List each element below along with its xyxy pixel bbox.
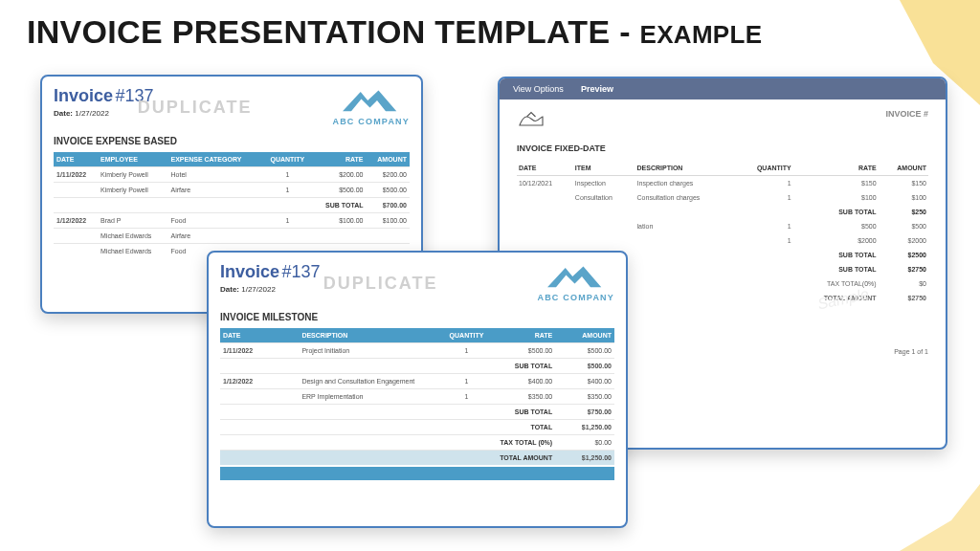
table-row: 1/11/2022Kimberly PowellHotel1$200.00$20… <box>54 167 410 183</box>
table-row: Kimberly PowellAirfare1$500.00$500.00 <box>54 183 410 198</box>
duplicate-watermark: DUPLICATE <box>138 98 253 118</box>
table-row: 1$2000$2000 <box>517 233 928 248</box>
company-logo: ABC COMPANY <box>537 262 614 302</box>
invoice-number-label: INVOICE # <box>885 109 928 119</box>
invoice-number: #137 <box>282 262 321 281</box>
section-heading: INVOICE MILESTONE <box>220 312 614 322</box>
tab-view-options[interactable]: View Options <box>513 84 564 94</box>
col-qty: QUANTITY <box>262 152 312 167</box>
company-name: ABC COMPANY <box>332 117 410 126</box>
table-row: 10/12/2021InspectionInspection charges1$… <box>517 176 928 191</box>
col-amount: AMOUNT <box>879 161 928 176</box>
subtotal-row: SUB TOTAL$250 <box>517 205 928 219</box>
subtotal-row: SUB TOTAL$500.00 <box>220 359 614 374</box>
table-row: 1/12/2022Brad PFood1$100.00$100.00 <box>54 213 410 229</box>
col-date: DATE <box>517 161 573 176</box>
date-value: 1/27/2022 <box>241 285 276 294</box>
tab-preview[interactable]: Preview <box>581 84 613 94</box>
col-rate: RATE <box>793 161 879 176</box>
table-row: 1/12/2022Design and Consultation Engagem… <box>220 374 614 389</box>
col-amount: AMOUNT <box>555 328 614 343</box>
col-rate: RATE <box>312 152 366 167</box>
table-row: Michael EdwardsAirfare <box>54 229 410 244</box>
corner-decor-bottom <box>865 455 980 551</box>
col-rate: RATE <box>496 328 555 343</box>
tax-row: TAX TOTAL (0%)$0.00 <box>220 435 614 451</box>
title-sub: Example <box>640 20 763 49</box>
col-desc: DESCRIPTION <box>635 161 736 176</box>
col-qty: QUANTITY <box>736 161 793 176</box>
subtotal-row: SUB TOTAL$700.00 <box>54 198 410 213</box>
company-logo: ABC COMPANY <box>332 86 410 126</box>
total-row: TOTAL$1,250.00 <box>220 420 614 435</box>
subtotal-row: SUB TOTAL$750.00 <box>220 405 614 420</box>
handshake-icon <box>517 109 546 130</box>
table-row: lation1$500$500 <box>517 219 928 233</box>
tab-bar: View Options Preview <box>500 78 946 99</box>
company-name: ABC COMPANY <box>537 293 614 302</box>
table-row: ConsultationConsultation charges1$100$10… <box>517 190 928 205</box>
invoice-milestone-panel: DUPLICATE Invoice #137 Date: 1/27/2022 A… <box>207 251 628 528</box>
col-date: DATE <box>220 328 299 343</box>
milestone-table: DATE DESCRIPTION QUANTITY RATE AMOUNT 1/… <box>220 328 614 465</box>
expense-table: DATE EMPLOYEE EXPENSE CATEGORY QUANTITY … <box>54 152 410 258</box>
duplicate-watermark: DUPLICATE <box>323 274 438 294</box>
section-heading: INVOICE EXPENSE BASED <box>54 136 410 146</box>
col-item: ITEM <box>573 161 635 176</box>
total-amount-row: TOTAL AMOUNT$1,250.00 <box>220 451 614 466</box>
invoice-label: Invoice <box>54 86 113 105</box>
table-row: ERP Implementation1$350.00$350.00 <box>220 389 614 405</box>
col-category: EXPENSE CATEGORY <box>167 152 262 167</box>
col-qty: QUANTITY <box>437 328 497 343</box>
title-main: Invoice Presentation Template - <box>27 13 640 50</box>
section-heading: INVOICE FIXED-DATE <box>517 143 928 153</box>
col-amount: AMOUNT <box>366 152 410 167</box>
col-employee: EMPLOYEE <box>98 152 167 167</box>
page-title: Invoice Presentation Template - Example <box>27 13 762 51</box>
table-row: 1/11/2022Project Initiation1$500.00$500.… <box>220 343 614 359</box>
date-value: 1/27/2022 <box>75 109 109 118</box>
col-date: DATE <box>54 152 98 167</box>
col-desc: DESCRIPTION <box>299 328 436 343</box>
invoice-label: Invoice <box>220 262 279 281</box>
date-label: Date: <box>54 109 73 118</box>
date-label: Date: <box>220 285 239 294</box>
footer-bar <box>220 467 614 480</box>
